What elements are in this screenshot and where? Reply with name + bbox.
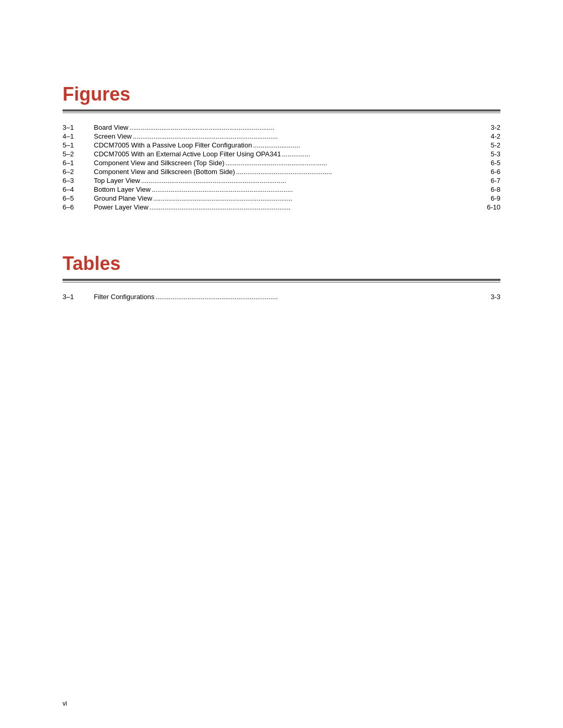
toc-number: 4–1 bbox=[63, 132, 94, 140]
toc-number: 6–6 bbox=[63, 203, 94, 211]
toc-number: 6–4 bbox=[63, 186, 94, 193]
toc-dots: ........................................… bbox=[225, 159, 489, 167]
list-item: 4–1Screen View .........................… bbox=[63, 132, 500, 140]
toc-label: Component View and Silkscreen (Bottom Si… bbox=[94, 168, 235, 176]
toc-number: 6–1 bbox=[63, 159, 94, 167]
toc-dots: ........................................… bbox=[149, 203, 485, 211]
page-content: Figures 3–1Board View ..................… bbox=[63, 83, 500, 301]
toc-number: 6–5 bbox=[63, 194, 94, 202]
toc-dots: ........................................… bbox=[235, 168, 488, 176]
figures-section: Figures 3–1Board View ..................… bbox=[63, 83, 500, 211]
tables-divider-thick bbox=[63, 279, 500, 281]
list-item: 6–5Ground Plane View ...................… bbox=[63, 194, 500, 202]
toc-label: CDCM7005 With a Passive Loop Filter Conf… bbox=[94, 141, 252, 149]
list-item: 6–3Top Layer View ......................… bbox=[63, 177, 500, 184]
toc-dots: ........................................… bbox=[152, 194, 488, 202]
toc-dots: ........................................… bbox=[151, 186, 488, 193]
tables-divider-thin bbox=[63, 282, 500, 282]
tables-toc: 3–1Filter Configurations ...............… bbox=[63, 293, 500, 301]
toc-number: 3–1 bbox=[63, 293, 94, 301]
toc-label: Top Layer View bbox=[94, 177, 140, 184]
toc-number: 5–1 bbox=[63, 141, 94, 149]
figures-title: Figures bbox=[63, 83, 500, 105]
toc-page: 6-7 bbox=[488, 177, 500, 184]
toc-number: 5–2 bbox=[63, 150, 94, 158]
toc-dots: ........................................… bbox=[140, 177, 489, 184]
toc-page: 5-2 bbox=[488, 141, 500, 149]
toc-label: Power Layer View bbox=[94, 203, 149, 211]
list-item: 6–2Component View and Silkscreen (Bottom… bbox=[63, 168, 500, 176]
list-item: 3–1Filter Configurations ...............… bbox=[63, 293, 500, 301]
toc-page: 6-5 bbox=[488, 159, 500, 167]
toc-number: 6–2 bbox=[63, 168, 94, 176]
figures-divider-thick bbox=[63, 109, 500, 112]
toc-page: 3-2 bbox=[488, 124, 500, 131]
toc-page: 5-3 bbox=[488, 150, 500, 158]
list-item: 6–6Power Layer View ....................… bbox=[63, 203, 500, 211]
toc-dots: ........................................… bbox=[128, 124, 488, 131]
toc-dots: ............... bbox=[281, 150, 488, 158]
list-item: 6–4Bottom Layer View ...................… bbox=[63, 186, 500, 193]
toc-dots: ........................................… bbox=[132, 132, 488, 140]
toc-page: 4-2 bbox=[488, 132, 500, 140]
figures-divider-thin bbox=[63, 113, 500, 113]
toc-number: 6–3 bbox=[63, 177, 94, 184]
toc-page: 6-8 bbox=[488, 186, 500, 193]
toc-label: Board View bbox=[94, 124, 128, 131]
toc-dots: ......................... bbox=[252, 141, 488, 149]
toc-label: Screen View bbox=[94, 132, 132, 140]
toc-page: 3-3 bbox=[488, 293, 500, 301]
toc-label: Filter Configurations bbox=[94, 293, 154, 301]
toc-label: CDCM7005 With an External Active Loop Fi… bbox=[94, 150, 281, 158]
toc-page: 6-9 bbox=[488, 194, 500, 202]
toc-label: Component View and Silkscreen (Top Side) bbox=[94, 159, 225, 167]
list-item: 6–1Component View and Silkscreen (Top Si… bbox=[63, 159, 500, 167]
toc-dots: ........................................… bbox=[154, 293, 488, 301]
list-item: 5–2CDCM7005 With an External Active Loop… bbox=[63, 150, 500, 158]
tables-title: Tables bbox=[63, 253, 500, 275]
figures-toc: 3–1Board View ..........................… bbox=[63, 124, 500, 211]
toc-page: 6-6 bbox=[488, 168, 500, 176]
toc-label: Bottom Layer View bbox=[94, 186, 151, 193]
list-item: 3–1Board View ..........................… bbox=[63, 124, 500, 131]
toc-number: 3–1 bbox=[63, 124, 94, 131]
toc-label: Ground Plane View bbox=[94, 194, 152, 202]
list-item: 5–1CDCM7005 With a Passive Loop Filter C… bbox=[63, 141, 500, 149]
footer-page: vi bbox=[63, 700, 67, 707]
tables-section: Tables 3–1Filter Configurations ........… bbox=[63, 253, 500, 301]
toc-page: 6-10 bbox=[485, 203, 500, 211]
